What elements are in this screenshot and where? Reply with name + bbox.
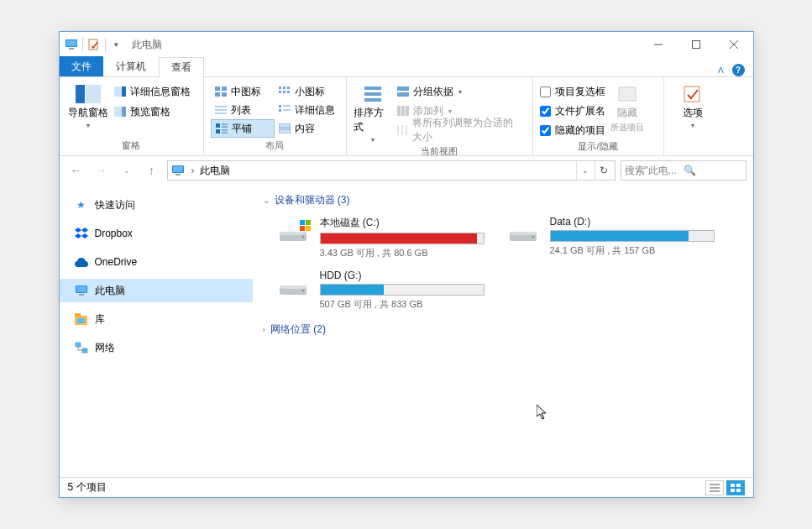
address-dropdown-icon[interactable]: ⌄ — [576, 161, 595, 180]
file-extensions-toggle[interactable]: 文件扩展名 — [540, 102, 605, 119]
hidden-items-toggle[interactable]: 隐藏的项目 — [540, 122, 605, 139]
sidebar-item-libraries[interactable]: 库 — [60, 307, 253, 331]
sidebar-item-quick-access[interactable]: ★快速访问 — [60, 193, 253, 217]
pc-icon — [65, 38, 78, 51]
drive-usage-bar — [550, 230, 715, 242]
options-button[interactable]: 选项 ▾ — [671, 81, 715, 140]
chevron-down-icon: ⌄ — [263, 196, 270, 205]
layout-small-icons[interactable]: 小图标 — [275, 82, 339, 101]
group-label-panes: 窗格 — [66, 138, 196, 155]
breadcrumb-chevron-icon[interactable]: › — [186, 165, 200, 176]
svg-rect-69 — [300, 220, 305, 225]
layout-content[interactable]: 内容 — [275, 119, 338, 138]
svg-rect-82 — [731, 484, 735, 487]
svg-point-75 — [532, 236, 534, 238]
details-view-toggle[interactable] — [705, 480, 724, 495]
qat-properties-icon[interactable] — [87, 38, 101, 51]
back-button[interactable]: ← — [66, 160, 86, 181]
layout-tiles[interactable]: 平铺 — [211, 119, 275, 138]
svg-rect-43 — [397, 92, 409, 97]
drive-name: HDD (G:) — [320, 270, 485, 281]
svg-rect-16 — [215, 92, 220, 97]
drive-item[interactable]: 本地磁盘 (C:) 3.43 GB 可用 , 共 80.6 GB — [278, 216, 485, 259]
collapse-ribbon-icon[interactable]: ᐱ — [718, 65, 724, 75]
tiles-view-toggle[interactable] — [726, 480, 745, 495]
svg-rect-71 — [300, 226, 305, 231]
drive-item[interactable]: HDD (G:) 507 GB 可用 , 共 833 GB — [278, 270, 485, 311]
content-area: ⌄ 设备和驱动器 (3) 本地磁盘 (C:) 3.43 GB 可用 , 共 80… — [253, 185, 753, 477]
options-icon — [679, 84, 706, 104]
svg-rect-83 — [736, 484, 741, 487]
content-icon — [278, 122, 291, 135]
svg-rect-59 — [75, 313, 81, 317]
small-icons-icon — [278, 85, 291, 98]
svg-rect-18 — [279, 86, 281, 89]
close-button[interactable] — [715, 33, 753, 57]
svg-rect-74 — [510, 232, 537, 235]
svg-rect-84 — [731, 489, 735, 492]
ribbon: 导航窗格 ▾ 详细信息窗格 预览窗格 窗格 中图标 小图标 列表 详细信息 — [60, 77, 753, 156]
svg-rect-54 — [175, 174, 181, 175]
maximize-button[interactable] — [678, 33, 715, 57]
file-tab[interactable]: 文件 — [60, 56, 103, 76]
search-input[interactable]: 搜索"此电... 🔍 — [621, 160, 747, 181]
breadcrumb-location[interactable]: 此电脑 — [200, 164, 230, 178]
svg-rect-2 — [69, 48, 74, 50]
refresh-button[interactable]: ↻ — [595, 161, 613, 180]
drive-usage-text: 24.1 GB 可用 , 共 157 GB — [550, 244, 715, 257]
titlebar: ▾ 此电脑 — [60, 32, 753, 57]
group-header-drives[interactable]: ⌄ 设备和驱动器 (3) — [263, 193, 743, 207]
svg-point-78 — [301, 290, 304, 292]
svg-rect-9 — [86, 85, 101, 103]
up-button[interactable]: ↑ — [142, 160, 162, 181]
svg-rect-34 — [216, 129, 220, 134]
drive-item[interactable]: Data (D:) 24.1 GB 可用 , 共 157 GB — [508, 216, 715, 259]
sidebar-item-network[interactable]: 网络 — [60, 336, 253, 359]
navigation-sidebar: ★快速访问 Dropbox OneDrive 此电脑 库 网络 — [60, 185, 253, 477]
ribbon-tabs: 文件 计算机 查看 ᐱ ? — [60, 57, 753, 77]
item-checkboxes-toggle[interactable]: 项目复选框 — [540, 83, 605, 100]
group-header-network[interactable]: › 网络位置 (2) — [263, 322, 743, 337]
group-by-button[interactable]: 分组依据▾ — [393, 82, 525, 101]
sidebar-item-this-pc[interactable]: 此电脑 — [60, 279, 253, 302]
svg-rect-11 — [122, 86, 126, 97]
details-pane-button[interactable]: 详细信息窗格 — [110, 82, 194, 101]
svg-rect-50 — [619, 87, 636, 101]
details-pane-icon — [113, 85, 127, 98]
onedrive-icon — [75, 255, 88, 269]
minimize-button[interactable] — [640, 33, 678, 57]
layout-details[interactable]: 详细信息 — [275, 101, 339, 119]
layout-medium-icons[interactable]: 中图标 — [211, 82, 275, 101]
svg-rect-5 — [693, 41, 700, 49]
qat-dropdown-icon[interactable]: ▾ — [110, 38, 123, 51]
svg-rect-60 — [77, 318, 85, 323]
tab-computer[interactable]: 计算机 — [103, 56, 159, 76]
star-icon: ★ — [75, 198, 88, 212]
navigation-pane-button[interactable]: 导航窗格 ▾ — [66, 81, 110, 138]
svg-rect-22 — [283, 91, 286, 93]
sort-by-button[interactable]: 排序方式 ▾ — [354, 81, 394, 144]
size-columns-button: 将所有列调整为合适的大小 — [393, 121, 525, 139]
forward-button[interactable]: → — [92, 160, 112, 181]
svg-rect-67 — [280, 232, 306, 235]
details-icon — [278, 103, 291, 117]
svg-rect-14 — [215, 86, 220, 91]
svg-rect-21 — [279, 91, 281, 93]
explorer-window: ▾ 此电脑 文件 计算机 查看 ᐱ ? 导航窗格 ▾ — [59, 31, 754, 498]
sidebar-item-onedrive[interactable]: OneDrive — [60, 250, 253, 274]
help-icon[interactable]: ? — [732, 64, 745, 76]
recent-dropdown[interactable]: ⌄ — [117, 160, 137, 181]
layout-list[interactable]: 列表 — [211, 101, 275, 119]
svg-rect-44 — [397, 106, 401, 116]
svg-rect-53 — [173, 166, 183, 172]
tab-view[interactable]: 查看 — [159, 57, 204, 77]
drive-name: Data (D:) — [550, 216, 715, 228]
svg-rect-19 — [283, 86, 286, 89]
svg-rect-1 — [66, 40, 76, 46]
preview-pane-button[interactable]: 预览窗格 — [110, 102, 194, 121]
dropbox-icon — [75, 227, 88, 240]
sidebar-item-dropbox[interactable]: Dropbox — [60, 222, 253, 245]
svg-rect-85 — [736, 489, 741, 492]
address-bar[interactable]: › 此电脑 ⌄ ↻ — [167, 160, 616, 181]
svg-point-68 — [301, 236, 304, 238]
